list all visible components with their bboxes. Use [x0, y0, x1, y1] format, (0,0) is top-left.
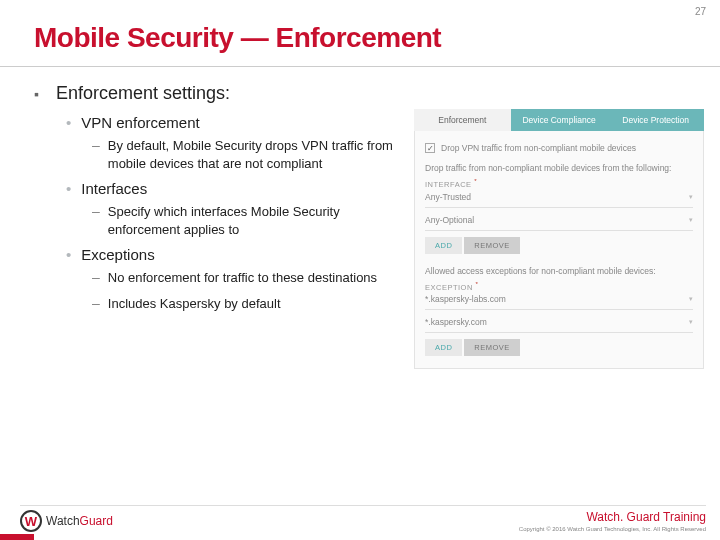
required-icon: *	[474, 177, 477, 184]
remove-interface-button[interactable]: REMOVE	[464, 237, 520, 254]
page-number: 27	[695, 6, 706, 17]
content-area: ▪ Enforcement settings: • VPN enforcemen…	[0, 67, 720, 369]
bullet-vpn-text: VPN enforcement	[81, 114, 404, 131]
bullet-list: ▪ Enforcement settings: • VPN enforcemen…	[34, 77, 404, 369]
screenshot-panel: Enforcement Device Compliance Device Pro…	[404, 77, 708, 369]
copyright-text: Copyright © 2016 Watch Guard Technologie…	[519, 526, 706, 532]
dash-bullet-icon: –	[92, 268, 100, 287]
bullet-exceptions: • Exceptions	[66, 246, 404, 263]
tab-enforcement[interactable]: Enforcement	[414, 109, 511, 131]
check-icon: ✓	[427, 144, 434, 153]
bullet-exceptions-d2-text: Includes Kaspersky by default	[108, 295, 404, 313]
interface-value-2: Any-Optional	[425, 215, 474, 225]
tab-device-protection[interactable]: Device Protection	[607, 109, 704, 131]
chevron-down-icon: ▾	[689, 193, 693, 201]
bullet-exceptions-text: Exceptions	[81, 246, 404, 263]
tab-device-compliance[interactable]: Device Compliance	[511, 109, 608, 131]
ui-mock: Enforcement Device Compliance Device Pro…	[414, 109, 704, 369]
red-accent-strip	[0, 534, 34, 540]
add-interface-button[interactable]: ADD	[425, 237, 462, 254]
dot-bullet-icon: •	[66, 180, 71, 197]
exception-value-1: *.kaspersky-labs.com	[425, 294, 506, 304]
exception-select-1[interactable]: *.kaspersky-labs.com ▾	[425, 291, 693, 310]
add-exception-button[interactable]: ADD	[425, 339, 462, 356]
dash-bullet-icon: –	[92, 294, 100, 313]
drop-vpn-checkbox[interactable]: ✓	[425, 143, 435, 153]
interface-field-label: INTERFACE *	[425, 177, 693, 189]
required-icon: *	[475, 280, 478, 287]
interface-select-1[interactable]: Any-Trusted ▾	[425, 189, 693, 208]
bullet-interfaces-text: Interfaces	[81, 180, 404, 197]
chevron-down-icon: ▾	[689, 295, 693, 303]
chevron-down-icon: ▾	[689, 318, 693, 326]
footer-divider	[20, 505, 706, 506]
bullet-root: ▪ Enforcement settings:	[34, 83, 404, 104]
dot-bullet-icon: •	[66, 114, 71, 131]
exception-buttons: ADD REMOVE	[425, 339, 693, 356]
bullet-exceptions-d1: – No enforcement for traffic to these de…	[92, 269, 404, 287]
remove-exception-button[interactable]: REMOVE	[464, 339, 520, 356]
slide-title: Mobile Security — Enforcement	[0, 0, 720, 60]
footer-right: Watch. Guard Training Copyright © 2016 W…	[519, 510, 706, 532]
exception-select-2[interactable]: *.kaspersky.com ▾	[425, 314, 693, 333]
dash-bullet-icon: –	[92, 136, 100, 155]
exception-value-2: *.kaspersky.com	[425, 317, 487, 327]
interface-buttons: ADD REMOVE	[425, 237, 693, 254]
logo-text: WatchGuard	[46, 514, 113, 528]
checkbox-row: ✓ Drop VPN traffic from non-compliant mo…	[425, 143, 693, 153]
logo-circle-icon: W	[20, 510, 42, 532]
dot-bullet-icon: •	[66, 246, 71, 263]
interfaces-intro: Drop traffic from non-compliant mobile d…	[425, 163, 693, 173]
panel-body: ✓ Drop VPN traffic from non-compliant mo…	[414, 131, 704, 369]
footer: W WatchGuard Watch. Guard Training Copyr…	[0, 505, 720, 532]
dash-bullet-icon: –	[92, 202, 100, 221]
interface-select-2[interactable]: Any-Optional ▾	[425, 212, 693, 231]
bullet-interfaces: • Interfaces	[66, 180, 404, 197]
exceptions-intro: Allowed access exceptions for non-compli…	[425, 266, 693, 276]
square-bullet-icon: ▪	[34, 86, 46, 102]
bullet-vpn: • VPN enforcement	[66, 114, 404, 131]
bullet-interfaces-detail: – Specify which interfaces Mobile Securi…	[92, 203, 404, 238]
bullet-interfaces-detail-text: Specify which interfaces Mobile Security…	[108, 203, 404, 238]
bullet-root-text: Enforcement settings:	[56, 83, 404, 104]
tab-bar: Enforcement Device Compliance Device Pro…	[414, 109, 704, 131]
interface-value-1: Any-Trusted	[425, 192, 471, 202]
bullet-vpn-detail-text: By default, Mobile Security drops VPN tr…	[108, 137, 404, 172]
watchguard-logo: W WatchGuard	[20, 510, 113, 532]
bullet-vpn-detail: – By default, Mobile Security drops VPN …	[92, 137, 404, 172]
bullet-exceptions-d2: – Includes Kaspersky by default	[92, 295, 404, 313]
exception-field-label: EXCEPTION *	[425, 280, 693, 292]
bullet-exceptions-d1-text: No enforcement for traffic to these dest…	[108, 269, 404, 287]
logo-w-icon: W	[25, 514, 37, 529]
chevron-down-icon: ▾	[689, 216, 693, 224]
training-label: Watch. Guard Training	[519, 510, 706, 524]
drop-vpn-label: Drop VPN traffic from non-compliant mobi…	[441, 143, 636, 153]
